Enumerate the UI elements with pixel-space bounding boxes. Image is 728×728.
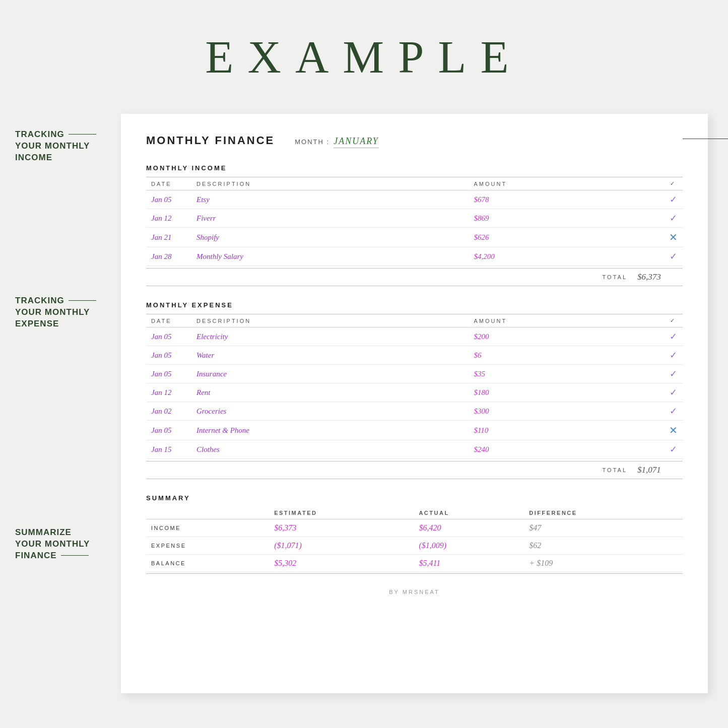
expense-total-value: $1,071 <box>637 465 678 475</box>
summary-col-difference: DIFFERENCE <box>524 507 683 519</box>
annotation-expense-line1: YOUR MONTHLY <box>15 307 96 318</box>
table-row: EXPENSE ($1,071) ($1,009) $62 <box>146 537 683 555</box>
income-col-desc: DESCRIPTION <box>191 177 469 190</box>
summary-row1-difference: $47 <box>524 519 683 537</box>
annotation-income: TRACKING YOUR MONTHLY INCOME <box>15 129 96 164</box>
expense-row1-check: ✓ <box>664 327 683 346</box>
page-wrapper: EXAMPLE TRACKING YOUR MONTHLY INCOME TRA… <box>0 0 728 728</box>
summary-bottom-border <box>146 573 683 574</box>
summary-table: ESTIMATED ACTUAL DIFFERENCE INCOME $6,37… <box>146 507 683 572</box>
annotation-income-line2: INCOME <box>15 152 96 164</box>
summary-row2-estimated: ($1,071) <box>269 537 414 555</box>
expense-row7-check: ✓ <box>664 440 683 459</box>
paper-document: UNDATED MONTHLY FINANCE MONTH : January … <box>121 114 708 693</box>
income-row1-desc: Etsy <box>191 190 469 209</box>
expense-row2-amount: $6 <box>469 346 664 365</box>
income-row3-amount: $626 <box>469 228 664 247</box>
income-row4-amount: $4,200 <box>469 247 664 266</box>
expense-section-title: MONTHLY EXPENSE <box>146 301 683 309</box>
table-row: INCOME $6,373 $6,420 $47 <box>146 519 683 537</box>
expense-row1-date: Jan 05 <box>146 327 191 346</box>
income-row2-desc: Fiverr <box>191 209 469 228</box>
income-row3-desc: Shopify <box>191 228 469 247</box>
income-table: DATE DESCRIPTION AMOUNT ✓ Jan 05 Etsy $6… <box>146 177 683 266</box>
expense-row3-check: ✓ <box>664 365 683 383</box>
summary-col-label <box>146 507 269 519</box>
expense-row6-desc: Internet & Phone <box>191 421 469 440</box>
expense-row1-desc: Electricity <box>191 327 469 346</box>
income-row3-check: ✕ <box>664 228 683 247</box>
annotation-expense: TRACKING YOUR MONTHLY EXPENSE <box>15 295 96 330</box>
table-row: Jan 12 Fiverr $869 ✓ <box>146 209 683 228</box>
summary-col-actual: ACTUAL <box>414 507 524 519</box>
expense-row4-desc: Rent <box>191 383 469 402</box>
undated-line <box>683 139 728 140</box>
income-row2-check: ✓ <box>664 209 683 228</box>
expense-row5-desc: Groceries <box>191 402 469 421</box>
income-col-check: ✓ <box>664 177 683 190</box>
income-row1-amount: $678 <box>469 190 664 209</box>
summary-col-estimated: ESTIMATED <box>269 507 414 519</box>
income-row2-date: Jan 12 <box>146 209 191 228</box>
expense-row2-desc: Water <box>191 346 469 365</box>
expense-table: DATE DESCRIPTION AMOUNT ✓ Jan 05 Electri… <box>146 314 683 459</box>
income-row4-desc: Monthly Salary <box>191 247 469 266</box>
annotation-income-line1: YOUR MONTHLY <box>15 141 96 152</box>
income-row4-check: ✓ <box>664 247 683 266</box>
annotation-expense-line2: EXPENSE <box>15 318 96 330</box>
income-total-label: TOTAL <box>603 274 627 280</box>
income-row3-date: Jan 21 <box>146 228 191 247</box>
table-row: Jan 15 Clothes $240 ✓ <box>146 440 683 459</box>
annotation-summary-line2: YOUR MONTHLY <box>15 539 90 550</box>
table-row: Jan 21 Shopify $626 ✕ <box>146 228 683 247</box>
expense-row4-date: Jan 12 <box>146 383 191 402</box>
annotation-summary: SUMMARIZE YOUR MONTHLY FINANCE <box>15 527 90 562</box>
shadow-panel <box>708 128 722 702</box>
month-label: MONTH : January <box>295 136 379 148</box>
expense-row6-amount: $110 <box>469 421 664 440</box>
income-row4-date: Jan 28 <box>146 247 191 266</box>
table-row: Jan 28 Monthly Salary $4,200 ✓ <box>146 247 683 266</box>
expense-col-desc: DESCRIPTION <box>191 314 469 327</box>
expense-row2-check: ✓ <box>664 346 683 365</box>
left-annotations: TRACKING YOUR MONTHLY INCOME TRACKING YO… <box>0 114 116 693</box>
annotation-summary-line3: FINANCE <box>15 550 57 562</box>
by-line: BY MRSNEAT <box>146 589 683 595</box>
income-total-value: $6,373 <box>637 272 678 282</box>
table-row: Jan 12 Rent $180 ✓ <box>146 383 683 402</box>
expense-row3-amount: $35 <box>469 365 664 383</box>
annotation-summary-line1: SUMMARIZE <box>15 527 90 539</box>
expense-col-amount: AMOUNT <box>469 314 664 327</box>
expense-row5-date: Jan 02 <box>146 402 191 421</box>
month-value: January <box>334 136 379 148</box>
summary-row1-estimated: $6,373 <box>269 519 414 537</box>
expense-row3-date: Jan 05 <box>146 365 191 383</box>
income-row1-date: Jan 05 <box>146 190 191 209</box>
summary-row3-label: BALANCE <box>146 555 269 572</box>
table-row: Jan 02 Groceries $300 ✓ <box>146 402 683 421</box>
summary-row1-actual: $6,420 <box>414 519 524 537</box>
summary-row2-actual: ($1,009) <box>414 537 524 555</box>
table-row: Jan 05 Water $6 ✓ <box>146 346 683 365</box>
summary-row3-estimated: $5,302 <box>269 555 414 572</box>
expense-row4-check: ✓ <box>664 383 683 402</box>
summary-row2-label: EXPENSE <box>146 537 269 555</box>
expense-row5-check: ✓ <box>664 402 683 421</box>
summary-row1-label: INCOME <box>146 519 269 537</box>
doc-area: TRACKING YOUR MONTHLY INCOME TRACKING YO… <box>0 114 728 693</box>
table-row: Jan 05 Electricity $200 ✓ <box>146 327 683 346</box>
table-row: Jan 05 Etsy $678 ✓ <box>146 190 683 209</box>
summary-section-title: SUMMARY <box>146 494 683 502</box>
month-prefix: MONTH : <box>295 138 329 146</box>
expense-col-check: ✓ <box>664 314 683 327</box>
income-total-row: TOTAL $6,373 <box>146 268 683 286</box>
expense-col-date: DATE <box>146 314 191 327</box>
expense-row6-date: Jan 05 <box>146 421 191 440</box>
table-row: BALANCE $5,302 $5,411 + $109 <box>146 555 683 572</box>
summary-row2-difference: $62 <box>524 537 683 555</box>
expense-row7-date: Jan 15 <box>146 440 191 459</box>
tracking-income-label: TRACKING <box>15 129 64 141</box>
expense-row7-amount: $240 <box>469 440 664 459</box>
income-col-amount: AMOUNT <box>469 177 664 190</box>
expense-row4-amount: $180 <box>469 383 664 402</box>
